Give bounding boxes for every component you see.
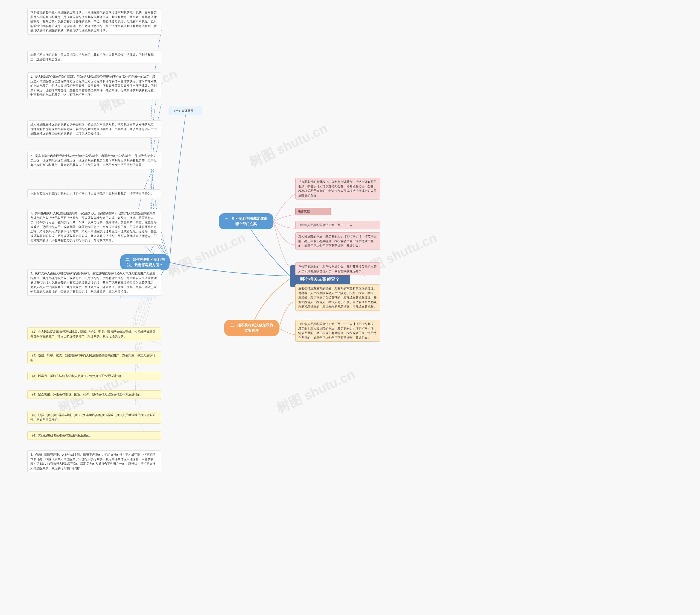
lt3-node: 1、是人民法院作出的判决和裁定。判决是人民法院经过审理就案件的实体问题所作的决定… [27,73,161,99]
r3-node: 《中华人民共和国刑法》第三百一十三条 [295,221,380,229]
lm2-node: 1、要有拒绝执行人民法院生效判决、裁定的行为。所谓拒绝执行，是指对人民法院生效的… [27,209,161,244]
branch3-node[interactable]: 三、拒不执行判决裁定罪的立案程序 [224,320,279,336]
lt5-node: 2、是具有执行内容已经发生法律效力的判决和裁定。所谓发效的判决和裁定，是指已经超… [27,152,161,169]
r4-text: 对人民法院的判决、裁定有能力执行而拒不执行，情节严重的，处三年以下有期徒刑、拘役… [298,235,376,247]
lb2-node: （2）隐藏、转移、变卖、毁损在执行中向人民法院提供担保的财产，毁使判决、裁定无法… [27,351,161,364]
branch2-label: 二、如何理解拒不执行判决、裁定罪客观方面？ [125,258,165,267]
lt1-text: 本罪侵犯的客体是人民法院的正常活动。人民法院是代表国家行使审判权的唯一机关，它对… [30,11,157,32]
lm2-text: 1、要有拒绝执行人民法院生效判决、裁定的行为。所谓拒绝执行，是指对人民法院生效的… [30,212,157,242]
branch3-label: 三、拒不执行判决裁定罪的立案程序 [230,323,273,332]
lt1-node: 本罪侵犯的客体是人民法院的正常活动。人民法院是代表国家行使审判权的唯一机关，它对… [27,8,161,35]
mind-map-canvas: 树图 shutu.cn 树图 shutu.cn 树图 shutu.cn 树图 s… [0,0,700,615]
lm3-text: 2、执行义务人必须具有能力执行而拒不执行。倘若没有能力执行义务人本身无能力财产无… [30,272,157,293]
lb6-text: （6）其他妨害或者抗拒执行造成严重后果的。 [30,434,92,437]
lt3-text: 1、是人民法院作出的判决和裁定。判决是人民法院经过审理就案件的实体问题所作的决定… [30,75,157,96]
lt2-text: 本罪拒不执行的对象，是人民法院依法作出的、具有执行内容并已经发生法律效力的判决和… [30,53,154,61]
watermark-6: 树图 shutu.cn [274,366,358,417]
lb4-text: （4）聚众哄闹、冲击执行现场、围攻、扣押、殴打执行人员致执行工作无法进行的。 [30,393,143,396]
r7-text: 《中华人民共和国刑法》第三百一十三条【拒不执行判决、裁定罪】对人民法院的判决、裁… [298,322,376,339]
r2-text: 法律依据 [298,210,310,213]
branch1-node[interactable]: 一、拒不执行判决裁定罪由哪个部门立案 [219,213,273,229]
lb5-text: （5）毁损、抢夺执行案卷材料、执行公务车辆和其他执行器械、执行人员服装以及执行公… [30,413,155,421]
watermark-4: 树图 shutu.cn [164,229,248,281]
r1-text: 拒执罪案件的监督程序由公安与自诉并行。拒绝自诉有两份要求：申请执行人可以直接向公… [298,180,376,197]
mid-right-label-node: 3、必须达到情节严重。才能构成本罪。情节不严重的，拒绝执行的行为不构成犯罪，也不… [27,450,161,472]
lb5-node: （5）毁损、抢夺执行案卷材料、执行公务车辆和其他执行器械、执行人员服装以及执行公… [27,411,161,424]
lb6-node: （6）其他妨害或者抗拒执行造成严重后果的。 [27,431,161,440]
lb3-node: （3）以暴力、威胁方法妨害或者抗拒执行，致效执行工作无法进行的。 [27,372,161,380]
r5-node: 单位犯前款罪的，对单位判处罚金；并对其直接负责的主管人员和其他直接责任人员，依照… [295,262,380,275]
mid-right-label-text: 3、必须达到情节严重。才能构成本罪。情节不严重的，拒绝执行的行为不构成犯罪，也不… [30,453,155,470]
r6-text: 主要包括立案材料的接受、对材料的审查和事后后的处理。对材料：人民检察院或者人民法… [298,287,376,308]
objective-label-text: （一）客体要件 [173,109,193,112]
lt5-text: 2、是具有执行内容已经发生法律效力的判决和裁定。所谓发效的判决和裁定，是指已经超… [30,154,157,166]
r6-node: 主要包括立案材料的接受、对材料的审查和事后后的处理。对材料：人民检察院或者人民法… [295,284,380,311]
r2-node: 法律依据 [295,208,331,215]
lb1-node: （1）在人民法院发出执行通知以后，隐藏、转移、变卖、毁损已被依法查封、扣押或已被… [27,327,161,340]
branch1-label: 一、拒不执行判决裁定罪由哪个部门立案 [225,216,267,226]
lt4-node: 经人民法院主持达成的调解协议书生效后，被告成为本罪的对象。依照我国民事诉讼法的规… [27,120,161,138]
watermark-2: 树图 shutu.cn [246,120,330,171]
lm3-node: 2、执行义务人必须具有能力执行而拒不执行。倘若没有能力执行义务人本身无能力财产无… [27,269,161,296]
objective-label-node: （一）客体要件 [170,106,202,115]
r7-node: 《中华人民共和国刑法》第三百一十三条【拒不执行判决、裁定罪】对人民法院的判决、裁… [295,320,380,342]
r3-text: 《中华人民共和国刑法》第三百一十三条 [298,223,352,227]
lt4-text: 经人民法院主持达成的调解协议书生效后，被告成为本罪的对象。依照我国民事诉讼法的规… [30,123,157,135]
lt2-node: 本罪拒不执行的对象，是人民法院依法作出的、具有执行内容并已经发生法律效力的判决和… [27,51,161,63]
lm1-text: 本罪在客观方面表现为有能力执行而拒不执行人民法院的生效判决和裁定，情何严重的行为… [30,192,154,195]
r1-node: 拒执罪案件的监督程序由公安与自诉并行。拒绝自诉有两份要求：申请执行人可以直接向公… [295,178,380,200]
lb3-text: （3）以暴力、威胁方法妨害或者抗拒执行，致效执行工作无法进行的。 [30,374,125,377]
r5-text: 单位犯前款罪的，对单位判处罚金；并对其直接负责的主管人员和其他直接责任人员，依照… [298,265,376,273]
lb4-node: （4）聚众哄闹、冲击执行现场、围攻、扣押、殴打执行人员致执行工作无法进行的。 [27,390,161,399]
branch2-node[interactable]: 二、如何理解拒不执行判决、裁定罪客观方面？ [120,254,170,270]
lm1-node: 本罪在客观方面表现为有能力执行而拒不执行人民法院的生效判决和裁定，情何严重的行为… [27,189,161,198]
lb1-text: （1）在人民法院发出执行通知以后，隐藏、转移、变卖、毁损已被依法查封、扣押或已被… [30,330,155,338]
r4-node: 对人民法院的判决、裁定有能力执行而拒不执行，情节严重的，处三年以下有期徒刑、拘役… [295,232,380,250]
lb2-text: （2）隐藏、转移、变卖、毁损在执行中向人民法院提供担保的财产，毁使判决、裁定无法… [30,354,155,362]
